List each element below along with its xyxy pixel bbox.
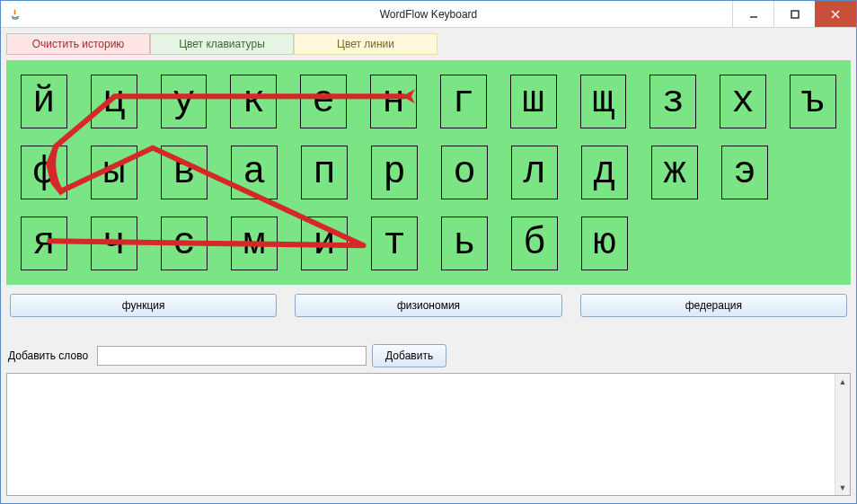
scroll-up-icon[interactable]: ▲ <box>835 374 850 389</box>
key-н[interactable]: н <box>370 75 417 128</box>
key-п[interactable]: п <box>301 146 348 199</box>
titlebar: WordFlow Keyboard <box>1 1 856 28</box>
suggestion-button-3[interactable]: федерация <box>580 294 847 317</box>
java-icon <box>8 7 22 22</box>
key-ж[interactable]: ж <box>651 146 698 199</box>
suggestion-button-2[interactable]: физиономия <box>295 294 561 317</box>
maximize-button[interactable] <box>773 1 815 27</box>
clear-history-button[interactable]: Очистить историю <box>6 33 150 55</box>
key-м[interactable]: м <box>231 217 278 270</box>
key-е[interactable]: е <box>300 75 347 128</box>
scrollbar[interactable]: ▲ ▼ <box>835 374 850 495</box>
close-button[interactable] <box>815 1 856 27</box>
key-ф[interactable]: ф <box>21 146 67 199</box>
key-щ[interactable]: щ <box>580 75 627 128</box>
history-content <box>7 374 850 381</box>
scroll-down-icon[interactable]: ▼ <box>835 480 850 495</box>
add-word-label: Добавить слово <box>8 349 88 362</box>
key-р[interactable]: р <box>371 146 418 199</box>
minimize-button[interactable] <box>732 1 773 27</box>
key-с[interactable]: с <box>161 217 208 270</box>
key-з[interactable]: з <box>649 75 696 128</box>
key-л[interactable]: л <box>511 146 558 199</box>
history-textarea[interactable]: ▲ ▼ <box>6 373 851 496</box>
key-ь[interactable]: ь <box>441 217 488 270</box>
key-ю[interactable]: ю <box>581 217 628 270</box>
key-ц[interactable]: ц <box>91 75 137 128</box>
key-х[interactable]: х <box>720 75 766 128</box>
suggestions-row: функция физиономия федерация <box>6 294 851 317</box>
key-о[interactable]: о <box>441 146 488 199</box>
key-ы[interactable]: ы <box>91 146 137 199</box>
key-т[interactable]: т <box>371 217 418 270</box>
key-э[interactable]: э <box>721 146 768 199</box>
keyboard-panel: йцукенгшщзхъ фывапролджэ ячсмитьбю <box>6 60 851 285</box>
key-я[interactable]: я <box>21 217 67 270</box>
keyboard-color-button[interactable]: Цвет клавиатуры <box>150 33 294 55</box>
keyboard[interactable]: йцукенгшщзхъ фывапролджэ ячсмитьбю <box>6 60 851 285</box>
window-title: WordFlow Keyboard <box>380 8 478 21</box>
key-у[interactable]: у <box>161 75 208 128</box>
svg-rect-1 <box>791 11 799 18</box>
key-и[interactable]: и <box>301 217 348 270</box>
app-window: WordFlow Keyboard Очистить историю Цвет … <box>0 0 857 504</box>
key-ч[interactable]: ч <box>91 217 137 270</box>
key-д[interactable]: д <box>581 146 628 199</box>
key-ъ[interactable]: ъ <box>790 75 836 128</box>
key-й[interactable]: й <box>21 75 67 128</box>
suggestion-button-1[interactable]: функция <box>10 294 277 317</box>
key-к[interactable]: к <box>230 75 277 128</box>
add-word-button[interactable]: Добавить <box>372 344 446 367</box>
client-area: Очистить историю Цвет клавиатуры Цвет ли… <box>1 28 856 503</box>
line-color-button[interactable]: Цвет линии <box>294 33 437 55</box>
key-в[interactable]: в <box>161 146 208 199</box>
add-word-row: Добавить слово Добавить <box>6 344 851 367</box>
key-б[interactable]: б <box>511 217 558 270</box>
key-г[interactable]: г <box>440 75 487 128</box>
key-ш[interactable]: ш <box>510 75 557 128</box>
toolbar: Очистить историю Цвет клавиатуры Цвет ли… <box>6 33 851 55</box>
key-а[interactable]: а <box>231 146 278 199</box>
window-controls <box>732 1 856 27</box>
add-word-input[interactable] <box>97 346 367 366</box>
